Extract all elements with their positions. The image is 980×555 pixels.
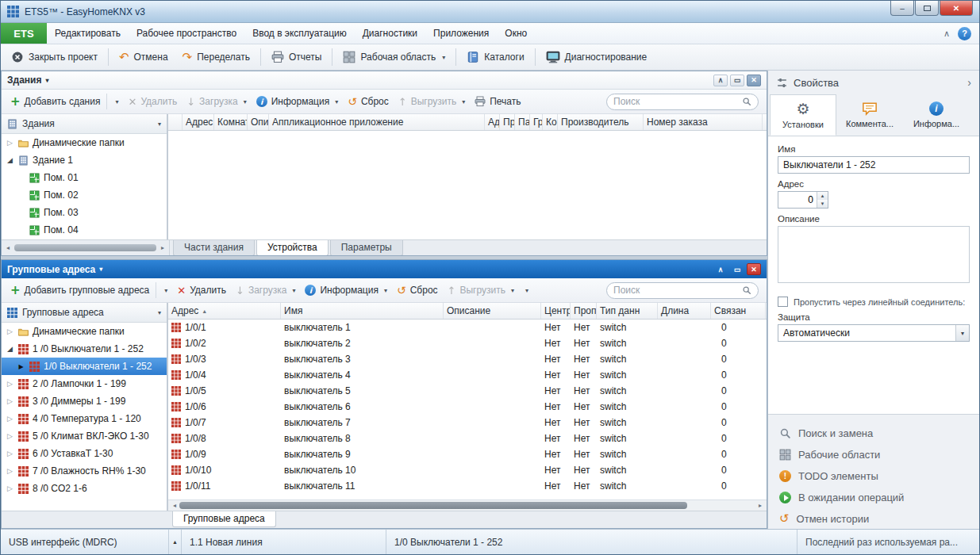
reset-button[interactable]: ↺ Сброс bbox=[392, 281, 443, 300]
column-header[interactable]: Опи bbox=[248, 114, 269, 130]
column-header[interactable]: Адрес▲ bbox=[168, 303, 281, 319]
reports-button[interactable]: Отчеты bbox=[264, 47, 329, 67]
unload-button[interactable]: ↑ Выгрузить ▾ bbox=[443, 281, 519, 300]
buildings-tree-header[interactable]: Здания ▾ bbox=[2, 114, 167, 134]
panel-collapse-button[interactable]: ∧ bbox=[713, 263, 728, 275]
column-header[interactable]: Номер заказа bbox=[644, 114, 763, 130]
menu-item[interactable]: Редактировать bbox=[47, 23, 129, 44]
scrollbar-thumb[interactable] bbox=[14, 244, 156, 251]
protection-select[interactable]: Автоматически ▾ bbox=[778, 324, 970, 342]
minimize-button[interactable]: – bbox=[890, 1, 914, 16]
info-button[interactable]: i Информация ▾ bbox=[300, 281, 392, 299]
interface-status[interactable]: USB интерфейс (MDRC) bbox=[1, 530, 169, 554]
tree-item[interactable]: ◢1 /0 Выключатели 1 - 252 bbox=[2, 340, 167, 358]
workspace-button[interactable]: Рабочая область ▾ bbox=[336, 47, 452, 67]
ets-menu-button[interactable]: ETS bbox=[1, 23, 47, 44]
groups-tree-header[interactable]: Групповые адреса ▾ bbox=[2, 303, 167, 323]
close-button[interactable]: ✕ bbox=[940, 1, 973, 16]
tree-item[interactable]: ▷5 /0 Климат ВКЛ-ЭКО 1-30 bbox=[2, 427, 167, 445]
tab-information[interactable]: i Информа... bbox=[903, 94, 970, 136]
column-header[interactable]: Прг bbox=[500, 114, 515, 130]
menu-item[interactable]: Диагностики bbox=[355, 23, 425, 44]
current-line-status[interactable]: 1.1 Новая линия bbox=[182, 530, 386, 554]
tab-Параметры[interactable]: Параметры bbox=[330, 240, 403, 256]
panel-close-button[interactable]: ✕ bbox=[747, 75, 761, 86]
delete-button[interactable]: ✕ Удалить bbox=[172, 281, 231, 300]
group-address-row[interactable]: 1/0/11выключатель 11НетНетswitch0 bbox=[168, 478, 767, 494]
column-header[interactable]: Длина bbox=[658, 303, 711, 319]
tree-expander-icon[interactable]: ▷ bbox=[6, 380, 14, 388]
column-header[interactable]: Гр bbox=[530, 114, 543, 130]
tree-item[interactable]: Пом. 02 bbox=[2, 186, 167, 204]
undo-button[interactable]: ↶ Отмена bbox=[112, 48, 175, 67]
groups-panel-header[interactable]: Групповые адреса ▾ ∧ ▭ ✕ bbox=[2, 260, 767, 278]
tree-item[interactable]: ▶1/0 Выключатели 1 - 252 bbox=[2, 358, 167, 375]
tree-expander-icon[interactable]: ▷ bbox=[6, 327, 14, 335]
delete-button[interactable]: ✕ Удалить bbox=[123, 93, 182, 111]
group-address-row[interactable]: 1/0/9выключатель 9НетНетswitch0 bbox=[168, 446, 767, 462]
panel-maximize-button[interactable]: ▭ bbox=[730, 75, 744, 86]
tree-expander-icon[interactable]: ◢ bbox=[6, 345, 14, 353]
scrollbar-thumb[interactable] bbox=[179, 502, 687, 509]
tab-Части здания[interactable]: Части здания bbox=[173, 240, 255, 256]
spin-up-icon[interactable]: ▲ bbox=[817, 192, 828, 200]
buildings-search-input[interactable] bbox=[613, 96, 742, 107]
maximize-button[interactable] bbox=[915, 1, 939, 16]
add-group-address-button[interactable]: + Добавить групповые адреса ▾ bbox=[6, 279, 172, 301]
tree-expander-icon[interactable]: ▷ bbox=[6, 467, 14, 475]
tree-item[interactable]: ▷Динамические папки bbox=[2, 134, 167, 151]
tab-Устройства[interactable]: Устройства bbox=[256, 240, 329, 256]
reset-button[interactable]: ↺ Сброс bbox=[343, 92, 394, 111]
sidebar-action[interactable]: Рабочие области bbox=[768, 444, 979, 465]
tree-item[interactable]: ▷4 /0 Температура 1 - 120 bbox=[2, 410, 167, 427]
group-address-row[interactable]: 1/0/3выключатель 3НетНетswitch0 bbox=[168, 351, 767, 367]
print-button[interactable]: Печать bbox=[470, 93, 525, 110]
tab-settings[interactable]: ⚙ Установки bbox=[770, 94, 836, 136]
collapse-sidebar-icon[interactable]: › bbox=[967, 76, 971, 89]
panel-close-button[interactable]: ✕ bbox=[747, 263, 761, 275]
sidebar-action[interactable]: Поиск и замена bbox=[768, 423, 979, 444]
menu-item[interactable]: Окно bbox=[497, 23, 535, 44]
column-header[interactable]: Аппликационное приложение bbox=[269, 114, 485, 130]
name-field[interactable] bbox=[778, 156, 970, 174]
scroll-right-icon[interactable]: ▸ bbox=[158, 244, 167, 251]
download-button[interactable]: ↓ Загрузка ▾ bbox=[182, 93, 251, 111]
tree-expander-icon[interactable]: ▶ bbox=[17, 363, 25, 370]
tree-item[interactable]: ▷7 /0 Влажность RH% 1-30 bbox=[2, 462, 167, 480]
column-header[interactable]: Имя bbox=[281, 303, 444, 319]
tree-expander-icon[interactable]: ▷ bbox=[6, 397, 14, 405]
sidebar-action[interactable]: В ожидании операций bbox=[768, 487, 979, 508]
diagnostics-button[interactable]: Диагностирование bbox=[539, 47, 655, 67]
tree-item[interactable]: ▷6 /0 УставкаТ 1-30 bbox=[2, 445, 167, 462]
tree-item[interactable]: Пом. 01 bbox=[2, 169, 167, 186]
download-button[interactable]: ↓ Загрузка ▾ bbox=[231, 281, 300, 300]
interface-popup-icon[interactable]: ▲ bbox=[169, 530, 182, 554]
column-header[interactable]: Кон bbox=[543, 114, 558, 130]
column-header[interactable]: Центр bbox=[541, 303, 571, 319]
buildings-panel-header[interactable]: Здания ▾ ∧ ▭ ✕ bbox=[2, 71, 767, 90]
sidebar-action[interactable]: !TODO элементы bbox=[768, 465, 979, 487]
menu-item[interactable]: Приложения bbox=[425, 23, 497, 44]
tree-item[interactable]: ▷3 /0 Диммеры 1 - 199 bbox=[2, 392, 167, 410]
description-field[interactable] bbox=[778, 226, 970, 283]
tree-horizontal-scrollbar[interactable]: ◂ ▸ bbox=[2, 240, 170, 255]
tree-expander-icon[interactable]: ▷ bbox=[6, 450, 14, 457]
column-header[interactable]: Адр bbox=[485, 114, 500, 130]
group-address-row[interactable]: 1/0/4выключатель 4НетНетswitch0 bbox=[168, 367, 767, 383]
menu-item[interactable]: Рабочее пространство bbox=[129, 23, 244, 44]
info-button[interactable]: i Информация ▾ bbox=[252, 93, 344, 110]
table-horizontal-scrollbar[interactable]: ◂ ▸ bbox=[168, 500, 767, 511]
group-address-row[interactable]: 1/0/7выключатель 7НетНетswitch0 bbox=[168, 415, 767, 431]
tree-item[interactable]: ▷8 /0 CO2 1-6 bbox=[2, 480, 167, 497]
panel-maximize-button[interactable]: ▭ bbox=[730, 263, 744, 275]
group-address-row[interactable]: 1/0/1выключатель 1НетНетswitch0 bbox=[168, 320, 767, 335]
group-address-row[interactable]: 1/0/2выключатель 2НетНетswitch0 bbox=[168, 335, 767, 351]
tab-group-addresses[interactable]: Групповые адреса bbox=[172, 511, 276, 527]
tree-item[interactable]: Пом. 04 bbox=[2, 221, 167, 239]
spin-down-icon[interactable]: ▼ bbox=[817, 200, 828, 208]
tab-comments[interactable]: Коммента... bbox=[836, 94, 903, 136]
buildings-search-box[interactable] bbox=[606, 94, 759, 110]
group-address-row[interactable]: 1/0/5выключатель 5НетНетswitch0 bbox=[168, 383, 767, 399]
scroll-left-icon[interactable]: ◂ bbox=[3, 244, 13, 251]
groups-search-input[interactable] bbox=[613, 285, 742, 296]
